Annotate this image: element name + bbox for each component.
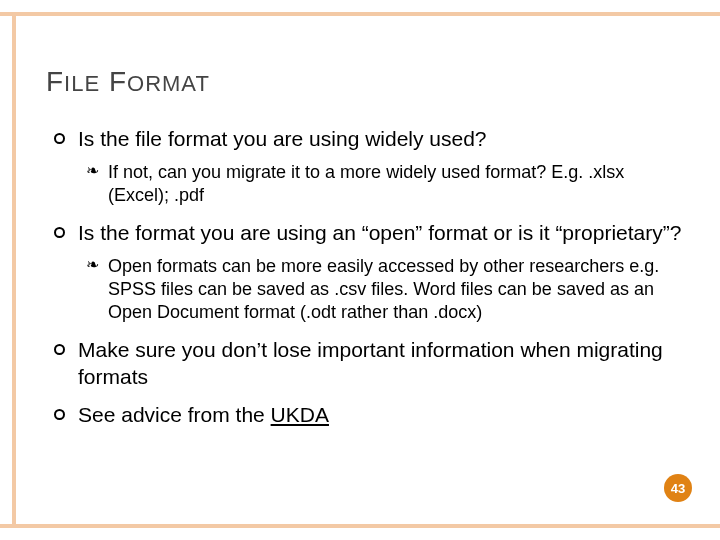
bullet-list: Is the file format you are using widely …	[52, 126, 690, 429]
page-number-badge: 43	[664, 474, 692, 502]
sub-bullet-text: If not, can you migrate it to a more wid…	[108, 162, 624, 205]
sub-bullet-list: Open formats can be more easily accessed…	[86, 255, 690, 325]
title-w1-rest: ILE	[64, 71, 100, 96]
title-w2-cap: F	[109, 66, 127, 97]
title-w1-cap: F	[46, 66, 64, 97]
bullet-text-prefix: See advice from the	[78, 403, 271, 426]
bullet-text: Is the format you are using an “open” fo…	[78, 221, 681, 244]
slide-title: FILE FORMAT	[46, 66, 690, 98]
sub-bullet-list: If not, can you migrate it to a more wid…	[86, 161, 690, 208]
slide-body: FILE FORMAT Is the file format you are u…	[16, 16, 720, 524]
sub-bullet-item: Open formats can be more easily accessed…	[86, 255, 690, 325]
bullet-item: Is the format you are using an “open” fo…	[52, 220, 690, 325]
ukda-link[interactable]: UKDA	[271, 403, 329, 426]
bullet-item: Is the file format you are using widely …	[52, 126, 690, 208]
bullet-item: See advice from the UKDA	[52, 402, 690, 429]
bullet-text: Is the file format you are using widely …	[78, 127, 487, 150]
sub-bullet-text: Open formats can be more easily accessed…	[108, 256, 659, 323]
bullet-item: Make sure you don’t lose important infor…	[52, 337, 690, 391]
page-number: 43	[671, 481, 685, 496]
slide-border-bottom	[0, 524, 720, 528]
bullet-text: Make sure you don’t lose important infor…	[78, 338, 663, 388]
sub-bullet-item: If not, can you migrate it to a more wid…	[86, 161, 690, 208]
title-w2-rest: ORMAT	[127, 71, 210, 96]
